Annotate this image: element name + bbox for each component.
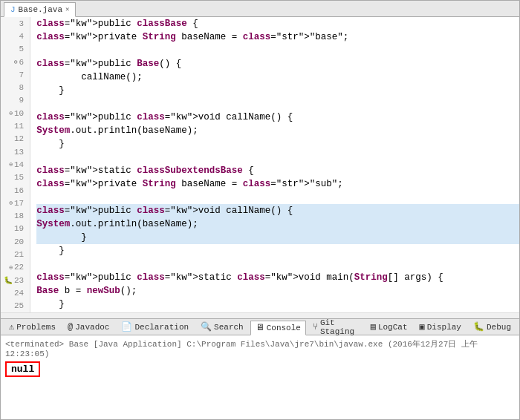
code-line [36,191,519,204]
code-line: System.out.println(baseName); [36,124,519,137]
problems-label: Problems [16,323,56,332]
logcat-label: LogCat [378,323,408,332]
line-number: 24 [4,286,27,299]
code-line: Base b = new Sub(); [36,284,519,298]
bottom-tab-console[interactable]: 🖥Console [250,321,306,335]
line-number: 16 [4,184,27,197]
collapse-arrow-icon[interactable]: ⊖ [9,264,13,271]
line-number: 15 [4,171,27,184]
git-staging-label: Git Staging [320,318,359,336]
line-numbers: 345⊖6789⊖10111213⊖141516⊖1718192021⊖22🐛2… [1,17,30,312]
line-number: 18 [4,209,27,222]
bottom-panel: ⚠Problems@Javadoc📄Declaration🔍Search🖥Con… [0,319,520,420]
collapse-arrow-icon[interactable]: ⊖ [9,161,13,168]
tab-bar: J Base.java ✕ [1,1,519,17]
tab-label: Base.java [19,5,62,14]
code-line [36,97,519,111]
code-line: class="kw">static class Sub extends Base… [36,164,519,177]
line-number: 5 [4,43,27,56]
breakpoint-icon[interactable]: 🐛 [4,276,13,285]
tab-close-icon[interactable]: ✕ [65,5,69,13]
code-line: class="kw">private String baseName = cla… [36,30,519,44]
line-number: 25 [4,300,27,312]
bottom-tab-problems[interactable]: ⚠Problems [4,320,61,335]
code-line: class="kw">public class="kw">static clas… [36,271,519,284]
code-line [36,257,519,271]
line-number: 3 [4,17,27,30]
line-number: 8 [4,81,27,93]
bottom-tab-bar: ⚠Problems@Javadoc📄Declaration🔍Search🖥Con… [1,319,519,335]
code-line: } [36,298,519,311]
console-output: null [5,361,40,377]
line-number: ⊖22 [4,261,27,274]
git-staging-icon: ⑂ [313,322,318,332]
display-label: Display [427,323,461,332]
code-area: 345⊖6789⊖10111213⊖141516⊖1718192021⊖22🐛2… [1,17,519,312]
collapse-arrow-icon[interactable]: ⊖ [14,59,18,65]
javadoc-icon: @ [68,322,73,332]
code-line: class="kw">public Base() { [36,57,519,70]
line-number: 🐛23 [4,274,27,286]
editor-tab[interactable]: J Base.java ✕ [4,2,76,17]
code-line [36,44,519,57]
code-line: } [36,84,519,97]
search-label: Search [214,323,244,332]
bottom-tab-declaration[interactable]: 📄Declaration [116,320,194,335]
bottom-tab-logcat[interactable]: ▤LogCat [365,320,413,335]
javadoc-label: Javadoc [75,323,109,332]
line-number: 13 [4,145,27,158]
console-terminated-text: <terminated> Base [Java Application] C:\… [5,338,515,358]
code-line: class="kw">public class Base { [36,17,519,30]
line-number: 7 [4,68,27,81]
code-line: class="kw">public class="kw">void callNa… [36,204,519,217]
line-number: 4 [4,30,27,42]
code-line: class="kw">public class="kw">void callNa… [36,111,519,124]
declaration-label: Declaration [134,323,189,332]
search-icon: 🔍 [201,321,212,332]
declaration-icon: 📄 [121,321,132,332]
bottom-tab-debug[interactable]: 🐛Debug [468,320,516,335]
line-number: 9 [4,94,27,107]
code-line: } [36,231,519,244]
line-number: 20 [4,235,27,248]
line-number: 19 [4,223,27,235]
line-number: ⊖6 [4,56,27,68]
bottom-tab-search[interactable]: 🔍Search [195,320,249,335]
line-number: 12 [4,133,27,145]
problems-icon: ⚠ [9,321,14,332]
collapse-arrow-icon[interactable]: ⊖ [9,200,13,206]
display-icon: ▣ [420,321,425,332]
line-number: ⊖17 [4,197,27,209]
console-area: <terminated> Base [Java Application] C:\… [1,335,519,419]
console-icon: 🖥 [256,322,264,333]
code-line [36,151,519,164]
code-line: } [36,137,519,151]
code-line: } [36,244,519,257]
bottom-tab-javadoc[interactable]: @Javadoc [62,320,114,335]
code-line: callName(); [36,70,519,84]
file-icon: J [10,5,16,14]
editor-container: J Base.java ✕ 345⊖6789⊖10111213⊖141516⊖1… [0,0,520,319]
line-number: 11 [4,119,27,132]
code-line: class="kw">private String baseName = cla… [36,177,519,191]
line-number: ⊖10 [4,107,27,119]
debug-label: Debug [487,323,511,332]
bottom-tab-display[interactable]: ▣Display [415,320,467,335]
bottom-tab-git-staging[interactable]: ⑂Git Staging [308,320,364,335]
line-number: 21 [4,248,27,260]
debug-icon: 🐛 [473,321,484,332]
code-line: System.out.println(baseName); [36,217,519,231]
line-number: ⊖14 [4,158,27,171]
horizontal-scrollbar[interactable] [1,312,519,318]
collapse-arrow-icon[interactable]: ⊖ [9,110,13,117]
console-label: Console [267,324,301,332]
logcat-icon: ▤ [371,321,376,332]
code-content[interactable]: class="kw">public class Base { class="kw… [30,17,519,312]
